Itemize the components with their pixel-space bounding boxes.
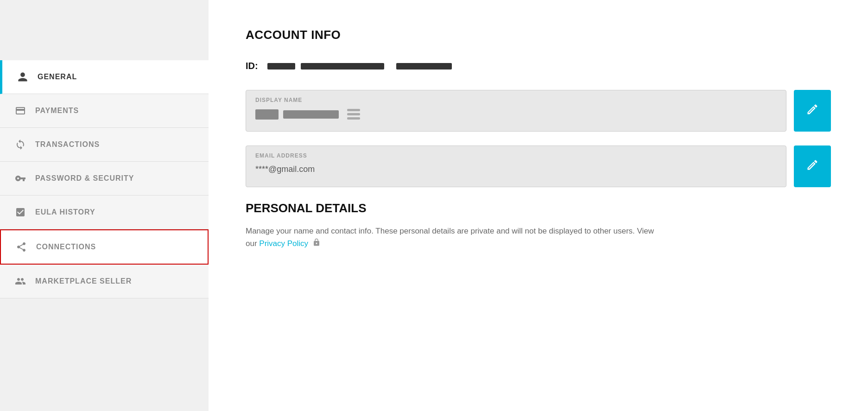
email-row: EMAIL ADDRESS ****@gmail.com bbox=[246, 145, 831, 187]
key-icon bbox=[14, 172, 27, 185]
email-value: ****@gmail.com bbox=[255, 164, 777, 174]
dn-avatar-block bbox=[255, 109, 279, 120]
id-redacted-1 bbox=[267, 63, 295, 70]
sidebar-item-general-label: GENERAL bbox=[38, 73, 77, 81]
dn-line-1 bbox=[347, 109, 360, 111]
display-name-row: DISPLAY NAME bbox=[246, 90, 831, 132]
pencil-icon-2 bbox=[806, 158, 819, 174]
sidebar-item-connections[interactable]: CONNECTIONS bbox=[0, 229, 209, 265]
seller-icon bbox=[14, 275, 27, 288]
transactions-icon bbox=[14, 138, 27, 151]
eula-icon bbox=[14, 206, 27, 219]
sidebar: GENERAL PAYMENTS TRANSACTIONS PASSWORD &… bbox=[0, 0, 209, 411]
personal-details-title: PERSONAL DETAILS bbox=[246, 201, 831, 215]
display-name-edit-button[interactable] bbox=[794, 90, 831, 132]
payments-icon bbox=[14, 104, 27, 117]
privacy-policy-link[interactable]: Privacy Policy bbox=[259, 239, 308, 248]
person-icon bbox=[16, 70, 29, 83]
account-info-title: ACCOUNT INFO bbox=[246, 28, 831, 42]
sidebar-item-marketplace-label: MARKETPLACE SELLER bbox=[35, 277, 132, 285]
dn-lines-block bbox=[347, 109, 360, 120]
display-name-field-box: DISPLAY NAME bbox=[246, 90, 786, 132]
sidebar-item-password-security[interactable]: PASSWORD & SECURITY bbox=[0, 162, 209, 196]
main-content: ACCOUNT INFO ID: DISPLAY NAME bbox=[209, 0, 868, 411]
dn-name-block bbox=[283, 110, 339, 119]
sidebar-item-transactions-label: TRANSACTIONS bbox=[35, 140, 100, 149]
lock-icon bbox=[312, 238, 321, 251]
dn-line-3 bbox=[347, 117, 360, 120]
dn-line-2 bbox=[347, 113, 360, 115]
sidebar-item-payments[interactable]: PAYMENTS bbox=[0, 94, 209, 128]
email-edit-button[interactable] bbox=[794, 145, 831, 187]
sidebar-item-payments-label: PAYMENTS bbox=[35, 107, 79, 115]
sidebar-item-connections-label: CONNECTIONS bbox=[36, 243, 96, 251]
sidebar-item-eula-history[interactable]: EULA HISTORY bbox=[0, 196, 209, 229]
sidebar-item-eula-label: EULA HISTORY bbox=[35, 208, 95, 216]
connections-icon bbox=[15, 240, 28, 253]
email-field-box: EMAIL ADDRESS ****@gmail.com bbox=[246, 145, 786, 187]
personal-details-text: Manage your name and contact info. These… bbox=[246, 225, 663, 251]
display-name-content bbox=[255, 109, 777, 120]
email-label: EMAIL ADDRESS bbox=[255, 152, 777, 159]
sidebar-item-password-label: PASSWORD & SECURITY bbox=[35, 174, 134, 183]
id-redacted-3 bbox=[396, 63, 452, 70]
sidebar-item-general[interactable]: GENERAL bbox=[0, 60, 209, 94]
display-name-label: DISPLAY NAME bbox=[255, 97, 777, 103]
pencil-icon bbox=[806, 103, 819, 119]
id-label: ID: bbox=[246, 61, 258, 71]
sidebar-item-transactions[interactable]: TRANSACTIONS bbox=[0, 128, 209, 162]
id-redacted-2 bbox=[301, 63, 384, 70]
sidebar-item-marketplace-seller[interactable]: MARKETPLACE SELLER bbox=[0, 265, 209, 298]
id-row: ID: bbox=[246, 61, 831, 71]
